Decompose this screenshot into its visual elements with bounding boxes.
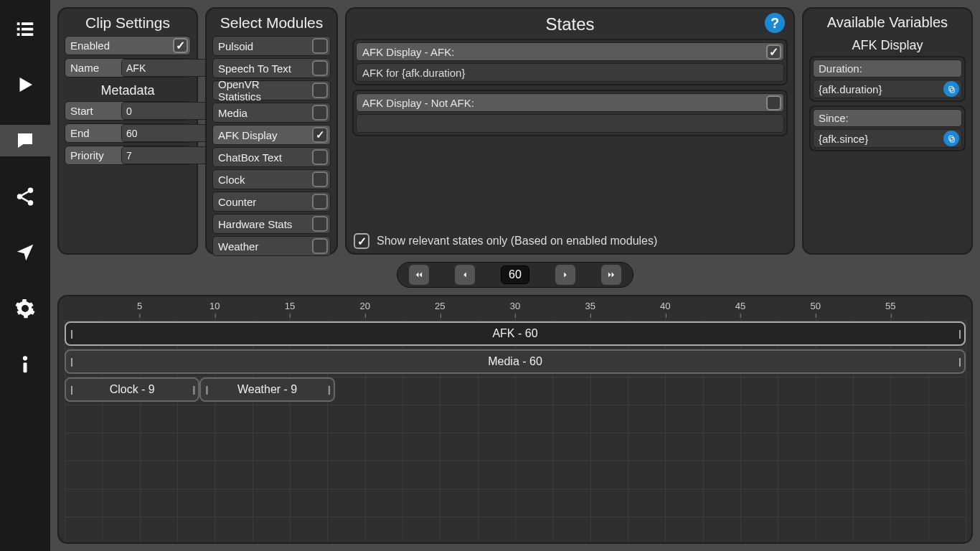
clip-resize-left[interactable]: ||	[202, 381, 209, 398]
clip-resize-right[interactable]: ||	[325, 381, 332, 398]
svg-rect-5	[22, 33, 33, 36]
states-title: States	[352, 14, 788, 34]
state-checkbox[interactable]	[766, 95, 781, 110]
clip-resize-left[interactable]: ||	[67, 325, 75, 342]
ruler-tick: 25	[435, 301, 445, 311]
start-row: Start	[65, 101, 191, 121]
variables-subtitle: AFK Display	[809, 38, 966, 53]
timeline-clip[interactable]: ||Media - 60||	[65, 349, 966, 374]
sidebar-item-share[interactable]	[9, 181, 41, 212]
end-row: End	[65, 123, 191, 143]
copy-variable-button[interactable]	[943, 81, 959, 97]
metadata-heading: Metadata	[65, 83, 191, 98]
ruler-tick: 10	[209, 301, 220, 311]
module-row[interactable]: OpenVR Statistics	[212, 80, 331, 100]
module-label: Clock	[213, 171, 310, 189]
clip-settings-panel: Clip Settings Enabled Name Metadata Star…	[57, 7, 198, 255]
svg-rect-0	[17, 22, 20, 25]
module-checkbox[interactable]	[312, 83, 328, 98]
clip-resize-right[interactable]: ||	[956, 325, 963, 342]
timeline-clip[interactable]: ||Weather - 9||	[199, 377, 334, 402]
list-icon	[14, 18, 36, 39]
sidebar-item-play[interactable]	[9, 69, 41, 100]
help-button[interactable]: ?	[765, 13, 785, 33]
share-icon	[14, 186, 36, 207]
copy-variable-button[interactable]	[943, 131, 959, 146]
module-checkbox[interactable]	[312, 194, 328, 209]
priority-row: Priority	[65, 146, 191, 165]
clip-resize-left[interactable]: ||	[67, 381, 75, 398]
svg-rect-14	[948, 136, 953, 140]
module-checkbox[interactable]	[312, 127, 328, 143]
timeline-controls: 60	[57, 263, 973, 286]
timeline-prev-button[interactable]	[455, 265, 475, 285]
module-checkbox[interactable]	[312, 60, 328, 76]
module-row[interactable]: Weather	[212, 236, 331, 256]
sidebar-nav	[0, 0, 50, 551]
module-checkbox[interactable]	[312, 238, 328, 254]
state-header: AFK Display - Not AFK:	[356, 93, 784, 112]
enabled-checkbox[interactable]	[173, 38, 188, 53]
timeline-next-button[interactable]	[555, 265, 575, 285]
double-chevron-left-icon	[414, 270, 424, 280]
variable-group: Duration:{afk.duration}	[809, 56, 966, 102]
clip-resize-left[interactable]: ||	[67, 353, 75, 370]
svg-rect-1	[22, 22, 33, 25]
variable-group: Since:{afk.since}	[809, 105, 966, 151]
state-body-input[interactable]	[356, 114, 784, 133]
state-body-input[interactable]: AFK for {afk.duration}	[356, 63, 784, 82]
timeline-last-button[interactable]	[601, 265, 621, 285]
svg-rect-11	[950, 88, 954, 92]
ruler-tick: 5	[137, 301, 142, 311]
module-row[interactable]: Hardware Stats	[212, 214, 331, 234]
module-checkbox[interactable]	[312, 105, 328, 121]
sidebar-item-settings[interactable]	[9, 293, 41, 324]
timeline-clip[interactable]: ||Clock - 9||	[65, 377, 199, 402]
clip-resize-right[interactable]: ||	[956, 353, 963, 370]
show-relevant-checkbox[interactable]	[354, 233, 369, 249]
module-row[interactable]: Media	[212, 103, 331, 123]
state-checkbox[interactable]	[766, 44, 781, 60]
timeline-ruler: 510152025303540455055	[65, 299, 966, 318]
module-row[interactable]: Clock	[212, 169, 331, 189]
states-footer: Show relevant states only (Based on enab…	[352, 230, 788, 249]
clip-resize-right[interactable]: ||	[189, 381, 197, 398]
start-label: Start	[65, 103, 121, 119]
ruler-tick: 55	[885, 301, 895, 311]
module-checkbox[interactable]	[312, 38, 328, 54]
module-row[interactable]: Pulsoid	[212, 36, 331, 56]
timeline-tracks[interactable]: ||AFK - 60||||Media - 60||||Clock - 9|||…	[65, 319, 966, 542]
svg-rect-3	[22, 28, 33, 31]
module-label: OpenVR Statistics	[213, 75, 310, 105]
double-chevron-right-icon	[606, 270, 616, 280]
ruler-tick: 40	[660, 301, 670, 311]
timeline-clip[interactable]: ||AFK - 60||	[65, 321, 966, 346]
clip-label: Media - 60	[488, 355, 542, 368]
sidebar-item-info[interactable]	[9, 349, 41, 380]
module-row[interactable]: Counter	[212, 192, 331, 212]
timeline-value[interactable]: 60	[501, 265, 529, 284]
module-checkbox[interactable]	[312, 216, 328, 232]
module-checkbox[interactable]	[312, 171, 328, 187]
clip-enabled-row: Enabled	[65, 36, 191, 55]
svg-rect-12	[948, 86, 953, 90]
variables-title: Available Variables	[809, 14, 966, 31]
timeline-first-button[interactable]	[409, 265, 429, 285]
sidebar-item-chat[interactable]	[0, 125, 50, 156]
enabled-label: Enabled	[65, 37, 171, 54]
show-relevant-label: Show relevant states only (Based on enab…	[377, 235, 657, 248]
state-label: AFK Display - AFK:	[357, 44, 764, 60]
select-modules-panel: Select Modules PulsoidSpeech To TextOpen…	[205, 7, 338, 255]
state-label: AFK Display - Not AFK:	[357, 95, 764, 111]
module-row[interactable]: ChatBox Text	[212, 147, 331, 167]
name-label: Name	[65, 60, 121, 76]
clip-label: Clock - 9	[110, 383, 155, 396]
clip-label: AFK - 60	[492, 327, 537, 340]
module-checkbox[interactable]	[312, 149, 328, 165]
module-label: Weather	[213, 237, 310, 255]
sidebar-item-navigate[interactable]	[9, 237, 41, 268]
ruler-tick: 35	[585, 301, 595, 311]
module-row[interactable]: AFK Display	[212, 125, 331, 145]
sidebar-item-list[interactable]	[9, 13, 41, 44]
svg-rect-13	[950, 137, 954, 141]
